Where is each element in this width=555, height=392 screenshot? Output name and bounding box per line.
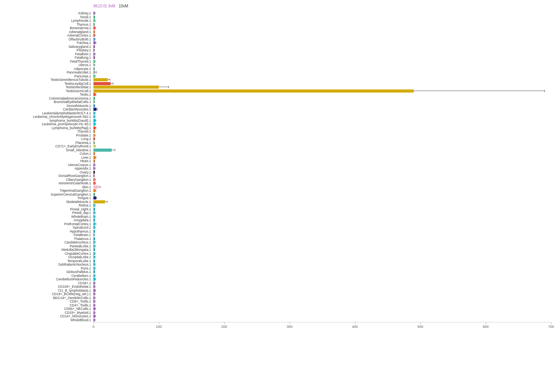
error-cap	[95, 31, 95, 33]
table-row: CD14+_Monocytes.1	[4, 315, 551, 318]
error-cap	[113, 82, 113, 85]
error-cap	[95, 34, 95, 37]
bar-area	[93, 56, 551, 59]
row-label: Pineal_night.1	[4, 207, 93, 211]
chart-container: M(10.0) 3xM 10xM Kidney.1Tonsil.1Lymphno…	[0, 0, 555, 338]
row-label: CerebellumPeduncles.1	[4, 277, 93, 281]
error-cap	[94, 234, 95, 236]
bar-area	[93, 112, 551, 115]
row-label: GlobusPallidus.1	[4, 270, 93, 274]
bar	[93, 71, 95, 74]
chart-subtitle: 10xM	[119, 4, 128, 8]
error-cap	[95, 271, 95, 273]
table-row: Thalamus.1	[4, 237, 551, 240]
row-label: CD105+_Endothelial.1	[4, 285, 93, 289]
bar-area	[93, 186, 551, 189]
row-label: Uterus.1	[4, 63, 93, 67]
row-label: TemporalLobe.1	[4, 259, 93, 263]
table-row: CiliaryGanglion.1	[4, 178, 551, 181]
bar-area	[93, 137, 551, 140]
row-label: CD34+.1	[4, 281, 93, 285]
table-row: CD34+.1	[4, 282, 551, 285]
row-label: ParietalLobe.1	[4, 244, 93, 248]
row-label: Pineal_day.1	[4, 211, 93, 215]
bar-area	[93, 171, 551, 174]
bar-area	[93, 222, 551, 226]
row-label: Lymphoma_burkitts(Raji).1	[4, 126, 93, 130]
table-row: GlobusPallidus.1	[4, 270, 551, 273]
row-label: Fetallung.1	[4, 56, 93, 60]
bar	[93, 285, 95, 288]
bar	[93, 300, 95, 303]
row-label: Leukemia_promyelocytic-HL-60.1	[4, 122, 93, 126]
bar-area	[93, 274, 551, 277]
table-row: UterusCorpus.1	[4, 163, 551, 166]
bar	[93, 122, 95, 126]
error-cap	[95, 252, 95, 255]
error-cap	[95, 315, 96, 317]
error-cap	[95, 178, 96, 181]
row-label: PancreaticIslet.1	[4, 70, 93, 74]
bar-area	[93, 163, 551, 166]
table-row: Leukemia_promyelocytic-HL-60.1	[4, 122, 551, 126]
row-label: Caudatenucleus.1	[4, 240, 93, 244]
table-row: Salivarygland.1	[4, 45, 551, 48]
error-cap	[95, 60, 95, 63]
table-row: Hypothamus.1	[4, 230, 551, 233]
error-cap	[95, 230, 95, 233]
bar	[93, 34, 95, 37]
table-row: Placenta.1	[4, 141, 551, 144]
table-row: Lymphoma_burkitts(Raji).1	[4, 126, 551, 130]
error-cap	[94, 142, 95, 144]
bar-area	[93, 296, 551, 299]
bar-area	[93, 67, 551, 70]
table-row: Lung.1	[4, 137, 551, 140]
row-label: Pituitary.1	[4, 48, 93, 52]
row-label: Lung.1	[4, 137, 93, 141]
row-label: CardiacMyocytes.1	[4, 107, 93, 111]
table-row: Fetallung.1	[4, 56, 551, 59]
bar-area	[93, 267, 551, 270]
bar	[93, 163, 95, 166]
error-cap	[95, 245, 95, 247]
bar-area	[93, 149, 551, 152]
bar-area	[93, 38, 551, 41]
bar-area	[93, 292, 551, 296]
row-label: TestisLeydigCell.1	[4, 82, 93, 86]
table-row: Pons.1	[4, 267, 551, 270]
error-cap	[110, 79, 110, 81]
table-row: SuperiorCervicalGanglion.1	[4, 193, 551, 196]
bar-area	[93, 82, 551, 85]
row-label: Colon.1	[4, 152, 93, 156]
table-row: lymphoma_burkitts(Daudi).1	[4, 119, 551, 122]
bar	[93, 41, 95, 44]
table-row: TrigeminalGanglion.1	[4, 189, 551, 192]
row-label: Salivarygland.1	[4, 45, 93, 49]
bar	[93, 289, 95, 292]
table-row: Thymus.1	[4, 23, 551, 26]
bar-area	[93, 100, 551, 103]
row-label: TestisGermCell.1	[4, 89, 93, 93]
table-row: Spinalcord.1	[4, 226, 551, 229]
error-cap	[96, 119, 96, 122]
error-cap	[95, 226, 95, 229]
table-row: Amygdala.1	[4, 219, 551, 222]
error-cap	[95, 260, 95, 262]
table-row: CingulateCortex.1	[4, 252, 551, 255]
x-tick: 400	[355, 322, 361, 329]
bar-area	[93, 30, 551, 33]
bar-area	[93, 89, 551, 93]
table-row: Small_intestine.1	[4, 149, 551, 152]
bar	[93, 86, 159, 89]
table-row: TemporalLobe.1	[4, 259, 551, 262]
bar-area	[93, 307, 551, 310]
chart-title: M(10.0) 3xM	[93, 4, 115, 8]
error-cap	[95, 285, 95, 288]
error-cap	[95, 27, 96, 29]
bar-area	[93, 130, 551, 133]
row-label: AtrioventricularNode.1	[4, 181, 93, 185]
error-cap	[95, 204, 95, 206]
bar	[93, 200, 105, 203]
table-row: Trachea.1	[4, 41, 551, 44]
error-cap	[95, 241, 95, 243]
